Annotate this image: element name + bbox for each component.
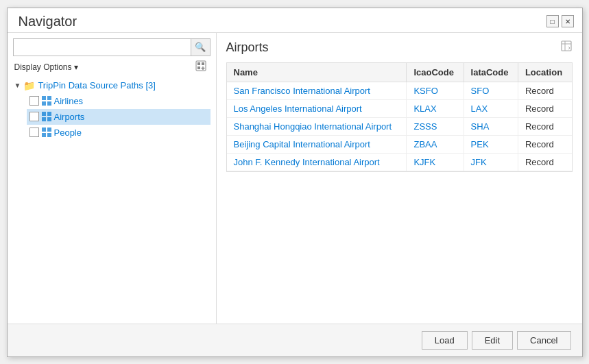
- airports-grid-icon: [42, 112, 51, 121]
- load-button[interactable]: Load: [422, 331, 468, 350]
- table-cell: San Francisco International Airport: [227, 82, 407, 99]
- airlines-checkbox[interactable]: [29, 96, 39, 106]
- data-table-wrapper: Name IcaoCode IataCode Location San Fran…: [226, 62, 573, 172]
- table-body: San Francisco International AirportKSFOS…: [227, 82, 572, 171]
- table-cell: Record: [518, 153, 571, 171]
- table-cell: KJFK: [407, 153, 464, 171]
- dialog-title: Navigator: [19, 14, 77, 29]
- airports-table: Name IcaoCode IataCode Location San Fran…: [227, 63, 572, 171]
- display-options-button[interactable]: Display Options ▾: [14, 62, 78, 72]
- table-cell: LAX: [464, 99, 518, 117]
- table-cell: ZBAA: [407, 135, 464, 153]
- col-icaocode: IcaoCode: [407, 63, 464, 82]
- svg-rect-8: [47, 96, 51, 100]
- display-options-label: Display Options: [14, 62, 72, 72]
- preview-button[interactable]: [560, 40, 573, 56]
- search-bar: 🔍: [13, 38, 211, 56]
- section-title: Airports: [226, 40, 269, 55]
- svg-rect-10: [47, 101, 51, 106]
- svg-rect-2: [202, 62, 204, 65]
- col-name: Name: [227, 63, 407, 82]
- col-iatacode: IataCode: [464, 63, 518, 82]
- table-header: Name IcaoCode IataCode Location: [227, 63, 572, 82]
- folder-icon: 📁: [23, 80, 35, 91]
- tree-children: Airlines Airports: [27, 93, 211, 141]
- preview-icon: [560, 40, 573, 52]
- people-grid-icon: [42, 128, 51, 137]
- table-cell: Shanghai Hongqiao International Airport: [227, 117, 407, 135]
- svg-rect-17: [42, 133, 46, 137]
- tree-item-airlines-label: Airlines: [54, 96, 84, 106]
- table-cell: Beijing Capital International Airport: [227, 135, 407, 153]
- svg-rect-16: [47, 128, 51, 132]
- table-cell: KSFO: [407, 82, 464, 99]
- display-options-arrow: ▾: [74, 62, 78, 72]
- table-cell: Los Angeles International Airport: [227, 99, 407, 117]
- table-cell: John F. Kennedy International Airport: [227, 153, 407, 171]
- footer: Load Edit Cancel: [8, 324, 582, 356]
- table-cell: SFO: [464, 82, 518, 99]
- search-button[interactable]: 🔍: [191, 39, 210, 56]
- col-location: Location: [518, 63, 571, 82]
- title-bar: Navigator □ ✕: [8, 8, 582, 32]
- right-panel: Airports Name IcaoCode: [217, 33, 582, 324]
- tree-item-people-label: People: [54, 128, 82, 138]
- tree-root-label: TripPin Data Source Paths [3]: [38, 80, 156, 90]
- navigator-dialog: Navigator □ ✕ 🔍 Display Options ▾: [7, 8, 583, 357]
- expand-arrow-icon: ▼: [14, 82, 21, 89]
- edit-button[interactable]: Edit: [472, 331, 513, 350]
- new-source-icon: [195, 60, 206, 71]
- people-checkbox[interactable]: [29, 128, 39, 137]
- search-input[interactable]: [14, 39, 191, 55]
- svg-rect-7: [42, 96, 46, 100]
- table-cell: JFK: [464, 153, 518, 171]
- svg-rect-3: [197, 66, 200, 69]
- tree-area: ▼ 📁 TripPin Data Source Paths [3]: [13, 78, 211, 318]
- display-options-row: Display Options ▾: [13, 60, 211, 74]
- table-cell: Record: [518, 135, 571, 153]
- tree-item-airports[interactable]: Airports: [27, 109, 211, 125]
- table-cell: SHA: [464, 117, 518, 135]
- table-cell: ZSSS: [407, 117, 464, 135]
- table-cell: PEK: [464, 135, 518, 153]
- airports-checkbox[interactable]: [29, 112, 39, 121]
- table-cell: Record: [518, 99, 571, 117]
- table-cell: Record: [518, 117, 571, 135]
- cancel-button[interactable]: Cancel: [517, 331, 570, 350]
- title-controls: □ ✕: [546, 15, 574, 27]
- close-button[interactable]: ✕: [562, 15, 574, 27]
- tree-item-airlines[interactable]: Airlines: [27, 93, 211, 109]
- svg-rect-19: [562, 41, 571, 51]
- table-row[interactable]: Los Angeles International AirportKLAXLAX…: [227, 99, 572, 117]
- tree-item-people[interactable]: People: [27, 125, 211, 141]
- new-source-button[interactable]: [193, 60, 209, 74]
- svg-rect-15: [42, 128, 46, 132]
- table-cell: Record: [518, 82, 571, 99]
- airlines-grid-icon: [42, 96, 51, 106]
- svg-rect-18: [47, 133, 51, 137]
- svg-rect-12: [47, 112, 51, 116]
- svg-rect-11: [42, 112, 46, 116]
- right-header: Airports: [226, 40, 573, 56]
- svg-rect-9: [42, 101, 46, 106]
- tree-root-item[interactable]: ▼ 📁 TripPin Data Source Paths [3]: [13, 78, 211, 93]
- svg-rect-1: [197, 62, 200, 65]
- table-row[interactable]: Shanghai Hongqiao International AirportZ…: [227, 117, 572, 135]
- table-row[interactable]: San Francisco International AirportKSFOS…: [227, 82, 572, 99]
- tree-item-airports-label: Airports: [54, 112, 85, 122]
- left-panel: 🔍 Display Options ▾: [8, 33, 217, 324]
- table-row[interactable]: Beijing Capital International AirportZBA…: [227, 135, 572, 153]
- content-area: 🔍 Display Options ▾: [8, 32, 582, 324]
- minimize-button[interactable]: □: [546, 15, 559, 27]
- svg-rect-13: [42, 117, 46, 121]
- table-row[interactable]: John F. Kennedy International AirportKJF…: [227, 153, 572, 171]
- svg-rect-14: [47, 117, 51, 121]
- table-cell: KLAX: [407, 99, 464, 117]
